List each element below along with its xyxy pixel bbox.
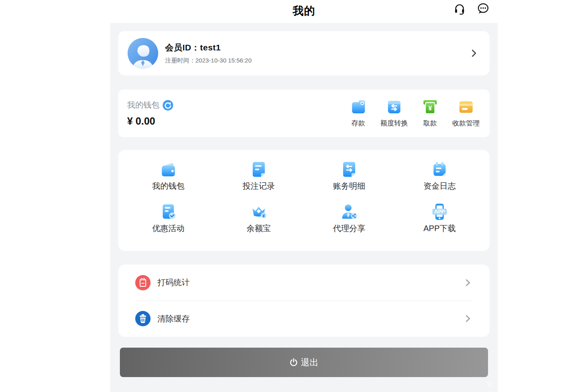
grid-item-account-detail[interactable]: 账务明细 bbox=[304, 160, 394, 202]
svg-text:¥: ¥ bbox=[262, 213, 265, 218]
user-card[interactable]: 会员ID：test1 注册时间：2023-10-30 15:56:20 bbox=[118, 31, 490, 75]
account-detail-icon bbox=[340, 160, 358, 179]
menu-item-clear-cache[interactable]: 清除缓存 bbox=[135, 300, 473, 336]
member-id-label: 会员ID： bbox=[165, 43, 200, 52]
agent-share-icon bbox=[340, 202, 358, 221]
logout-button[interactable]: 退出 bbox=[120, 348, 488, 377]
menu-item-code-stats[interactable]: 打码统计 bbox=[135, 265, 473, 300]
bet-record-icon bbox=[249, 160, 268, 179]
wallet-action-withdraw[interactable]: ¥ 取款 bbox=[412, 99, 448, 128]
member-id: 会员ID：test1 bbox=[165, 42, 251, 53]
avatar bbox=[128, 38, 158, 69]
feature-grid-card: 我的钱包 投注记录 bbox=[118, 150, 490, 251]
menu-item-label: 打码统计 bbox=[157, 277, 190, 288]
wallet-action-deposit[interactable]: 存款 bbox=[340, 99, 376, 128]
wallet-action-label: 存款 bbox=[352, 119, 365, 128]
wallet-action-quota-transfer[interactable]: 额度转换 bbox=[376, 99, 412, 128]
register-time-label: 注册时间： bbox=[165, 57, 195, 64]
withdraw-icon: ¥ bbox=[422, 99, 438, 115]
register-time: 注册时间：2023-10-30 15:56:20 bbox=[165, 57, 251, 65]
grid-item-bet-record[interactable]: 投注记录 bbox=[214, 160, 304, 202]
grid-item-my-wallet[interactable]: 我的钱包 bbox=[123, 160, 214, 202]
refresh-icon[interactable] bbox=[163, 100, 173, 111]
payee-manage-icon bbox=[458, 99, 474, 115]
grid-item-label: APP下载 bbox=[423, 223, 456, 234]
clear-cache-icon bbox=[135, 311, 151, 326]
yuebao-icon: ¥ bbox=[249, 202, 268, 221]
grid-item-label: 我的钱包 bbox=[152, 181, 184, 192]
power-icon bbox=[289, 358, 298, 367]
wallet-summary: 我的钱包 ¥ 0.00 bbox=[127, 100, 173, 127]
logout-label: 退出 bbox=[301, 357, 318, 369]
app-column: 我的 bbox=[110, 0, 498, 392]
watermark-text: 安全 bbox=[486, 379, 498, 392]
grid-item-label: 投注记录 bbox=[243, 181, 275, 192]
headset-icon[interactable] bbox=[453, 2, 466, 15]
page-title: 我的 bbox=[293, 4, 315, 18]
app-download-icon: APP bbox=[430, 202, 449, 221]
wallet-balance: ¥ 0.00 bbox=[127, 115, 173, 127]
svg-text:APP: APP bbox=[434, 209, 445, 215]
menu-card: 打码统计 清除缓存 bbox=[118, 265, 490, 337]
chevron-right-icon[interactable] bbox=[469, 48, 479, 58]
svg-text:¥: ¥ bbox=[428, 104, 432, 112]
quota-transfer-icon bbox=[386, 99, 402, 115]
grid-item-label: 资金日志 bbox=[423, 181, 456, 192]
grid-item-label: 余额宝 bbox=[247, 223, 271, 234]
code-stats-icon bbox=[135, 275, 151, 290]
user-info: 会员ID：test1 注册时间：2023-10-30 15:56:20 bbox=[165, 42, 251, 65]
deposit-icon bbox=[350, 99, 367, 115]
wallet-action-label: 取款 bbox=[423, 119, 437, 128]
grid-item-agent-share[interactable]: 代理分享 bbox=[304, 202, 394, 245]
grid-item-fund-log[interactable]: 资金日志 bbox=[394, 160, 485, 202]
wallet-action-label: 额度转换 bbox=[381, 119, 408, 128]
wallet-card: 我的钱包 ¥ 0.00 bbox=[118, 90, 490, 137]
page: 我的 bbox=[0, 0, 574, 392]
grid-item-label: 代理分享 bbox=[333, 223, 365, 234]
chevron-right-icon bbox=[463, 278, 473, 288]
wallet-action-payee-manage[interactable]: 收款管理 bbox=[448, 99, 484, 128]
header-icons bbox=[453, 2, 489, 15]
grid-item-promo-activity[interactable]: 优惠活动 bbox=[123, 202, 214, 245]
chat-icon[interactable] bbox=[477, 2, 489, 15]
my-wallet-icon bbox=[159, 160, 178, 179]
promo-activity-icon bbox=[159, 202, 178, 221]
register-time-value: 2023-10-30 15:56:20 bbox=[195, 57, 251, 64]
grid-item-label: 账务明细 bbox=[333, 181, 365, 192]
wallet-actions: 存款 额度转换 bbox=[340, 99, 484, 128]
grid-item-yuebao[interactable]: ¥ 余额宝 bbox=[214, 202, 304, 245]
grid-item-label: 优惠活动 bbox=[152, 223, 184, 234]
chevron-right-icon bbox=[463, 314, 473, 323]
fund-log-icon bbox=[430, 160, 449, 179]
grid-item-app-download[interactable]: APP APP下载 bbox=[394, 202, 485, 245]
menu-item-label: 清除缓存 bbox=[157, 313, 190, 324]
header: 我的 bbox=[110, 0, 498, 23]
app-body: 会员ID：test1 注册时间：2023-10-30 15:56:20 我的钱包 bbox=[110, 23, 498, 392]
member-id-value: test1 bbox=[200, 43, 221, 52]
wallet-action-label: 收款管理 bbox=[452, 119, 480, 128]
wallet-title: 我的钱包 bbox=[127, 100, 159, 111]
